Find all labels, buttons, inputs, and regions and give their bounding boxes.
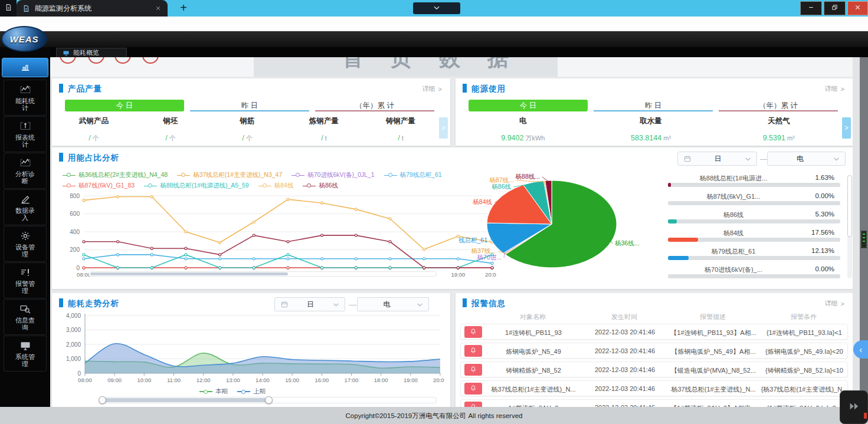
legend-item[interactable]: 本期: [199, 387, 228, 396]
period-tab[interactable]: 今 日: [469, 100, 588, 111]
sidebar-item-label: 报表统计: [15, 134, 36, 149]
legend-item[interactable]: 杨84线: [258, 182, 294, 190]
stat-label: 钢筋: [209, 116, 286, 126]
legend-marker-icon: [199, 391, 212, 392]
tab-energy-overview[interactable]: 能耗概览: [56, 48, 127, 57]
sidebar-item-system-mgmt[interactable]: 系统管理: [4, 336, 47, 372]
ranking-row: 杨84线 17.56%: [666, 229, 843, 247]
sidebar-item-icon: [19, 157, 32, 169]
legend-item[interactable]: 杨36线总柜(2#主变进线)_N4_48: [63, 171, 168, 179]
sidebar-item-label: 数据录入: [15, 207, 36, 222]
period-tab[interactable]: 昨 日: [594, 100, 713, 111]
titlebar-dropdown[interactable]: [413, 2, 460, 14]
alarm-bell-icon: [464, 326, 482, 338]
panel-title: 能源使用: [471, 84, 506, 94]
data-zoom-slider[interactable]: [89, 271, 437, 277]
svg-text:杨36线...: 杨36线...: [614, 239, 639, 246]
legend-marker-icon: [63, 175, 76, 176]
sidebar-item-device-mgmt[interactable]: 设备管理: [4, 226, 47, 262]
recorder-dot: [864, 413, 867, 419]
legend-item[interactable]: 上期: [237, 387, 266, 396]
panel-energy-proportion: 用能占比分析 日 — 电 杨36线总柜(2#主变进线)_N4_48 杨37线总柜…: [52, 147, 853, 289]
detail-link[interactable]: 详细>: [825, 299, 844, 308]
data-zoom-fill[interactable]: [90, 272, 288, 275]
detail-link[interactable]: 详细>: [825, 84, 844, 93]
legend-item[interactable]: 杨86线: [303, 182, 338, 190]
ranking-row: 杨86线 5.30%: [666, 211, 843, 229]
legend-item[interactable]: 杨88线总柜(1#电源进线)_A5_59: [144, 182, 249, 190]
svg-text:20:00: 20:00: [433, 377, 444, 383]
alarm-bell-icon: [464, 364, 482, 376]
collapse-panel-button[interactable]: ‹: [853, 340, 868, 359]
detail-link[interactable]: 详细>: [422, 84, 442, 93]
ranking-scrollbar[interactable]: [847, 175, 852, 278]
window-maximize-button[interactable]: [824, 1, 846, 15]
period-tab[interactable]: 昨 日: [190, 100, 309, 111]
sidebar-item-report-stats[interactable]: 报表统计: [4, 116, 47, 152]
period-select[interactable]: 日: [677, 152, 757, 166]
period-tab[interactable]: （年）累 计: [719, 100, 838, 111]
new-tab-button[interactable]: +: [177, 2, 190, 15]
carousel-next-button[interactable]: >: [439, 117, 448, 139]
browser-tab[interactable]: 能源监测分析系统: [17, 0, 168, 17]
page-scrollbar-thumb[interactable]: [861, 231, 867, 248]
carousel-next-button[interactable]: >: [842, 117, 851, 139]
panel-title: 能耗走势分析: [68, 298, 119, 309]
sidebar-item-icon: [19, 84, 32, 96]
sidebar-item-alarm-mgmt[interactable]: 报警管理: [4, 262, 47, 298]
energy-type-select[interactable]: 电: [357, 297, 429, 311]
legend-marker-icon: [144, 186, 157, 186]
chevron-down-icon: [744, 155, 752, 163]
stats-row: 武钢产品 /个 钢坯 /个 钢筋 /个 炼钢产量 /t 铸钢产量 /t: [55, 116, 439, 143]
window-close-button[interactable]: [847, 1, 868, 15]
tab-close-icon[interactable]: [153, 4, 163, 13]
alarm-row[interactable]: 杨37线总柜(1#主变进线)_N... 2022-12-03 20:41:46 …: [460, 380, 848, 396]
ranking-row: 杨79线总柜_61 12.13%: [666, 247, 843, 265]
legend-item[interactable]: 杨79线总柜_61: [384, 171, 442, 179]
sidebar-item-info-query[interactable]: 信息查询: [4, 299, 47, 335]
alarm-row[interactable]: 铸钢精炼炉_N8_52 2022-12-03 20:41:46 【锻造电弧炉(M…: [460, 361, 848, 377]
sidebar-item-data-entry[interactable]: 数据录入: [4, 189, 47, 225]
sidebar-item-analysis[interactable]: 分析诊断: [4, 153, 47, 189]
data-zoom-handle-left[interactable]: [99, 396, 106, 404]
alarm-row[interactable]: 炼钢电弧炉_N5_49 2022-12-03 20:41:46 【炼钢电弧炉_N…: [460, 343, 848, 359]
sidebar-item-energy-stats[interactable]: 能耗统计: [4, 80, 47, 116]
data-zoom-slider[interactable]: [99, 397, 437, 403]
data-zoom-fill[interactable]: [103, 398, 267, 402]
period-tab[interactable]: 今 日: [65, 100, 184, 111]
alarm-table-body: 1#连铸机_PB11_93 2022-12-03 20:41:46 【1#连铸机…: [460, 324, 848, 407]
legend-item[interactable]: 杨70进线6kV(备)_0JL_1: [291, 171, 374, 179]
data-zoom-handle-right[interactable]: [265, 396, 273, 404]
legend-item[interactable]: 杨37线总柜(1#主变进线)_N3_47: [177, 171, 282, 179]
sidebar-item-overview[interactable]: [2, 58, 48, 77]
alarm-row[interactable]: 1#连铸机_PB11_93 2022-12-03 20:41:46 【1#连铸机…: [460, 324, 848, 340]
banner-title: 首页数据: [342, 57, 536, 73]
stat-label: 铸钢产量: [362, 116, 439, 126]
period-tab[interactable]: （年）累 计: [315, 100, 434, 111]
sidebar-item-label: 报警管理: [15, 280, 36, 295]
alarm-column-header: 报警描述: [668, 313, 758, 321]
alarm-row[interactable]: 1#整流柜_3AH_2 2022-12-03 20:41:46 【1#整流柜_3…: [460, 399, 848, 407]
pie-chart[interactable]: 杨36线...杨37线...杨70进...线总柜_61杨84线杨86线杨87线.…: [459, 171, 672, 289]
stat-column: 武钢产品 /个: [55, 116, 132, 143]
energy-type-select[interactable]: 电: [767, 152, 846, 166]
svg-text:08:00: 08:00: [78, 377, 92, 383]
calendar-icon: [280, 300, 289, 308]
ranking-scrollbar-thumb[interactable]: [847, 175, 852, 237]
period-select[interactable]: 日: [274, 297, 345, 311]
screen-recorder-widget[interactable]: [840, 390, 868, 424]
minimize-icon: [808, 4, 814, 12]
line-chart[interactable]: 020040060080008:0009:0010:0011:0012:0013…: [57, 190, 496, 284]
ranking-percent: 0.00%: [815, 265, 834, 272]
sidebar-item-label: 分析诊断: [15, 170, 36, 185]
banner-box: 首页数据: [254, 57, 558, 77]
legend-item[interactable]: 杨87线(6kV)_G1_83: [63, 182, 135, 190]
ranking-bar-track: [668, 219, 840, 223]
stat-label: 电: [459, 116, 587, 126]
area-chart[interactable]: 01,0002,0003,0004,00008:0009:0010:0011:0…: [58, 312, 444, 387]
svg-text:800: 800: [70, 193, 80, 199]
panel-energy-use: 能源使用 详细> 今 日昨 日（年）累 计 电 9.9402万kWh 取水量 5…: [456, 78, 853, 146]
calendar-icon: [683, 155, 692, 163]
legend-label: 上期: [253, 387, 266, 396]
window-minimize-button[interactable]: [800, 1, 822, 15]
